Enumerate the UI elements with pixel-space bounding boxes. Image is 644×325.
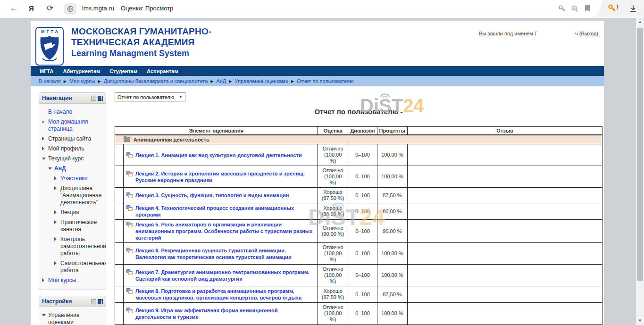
zoom-search-icon[interactable] [571, 5, 579, 13]
grade-percent: (87,50 %) [321, 294, 345, 300]
settings-tree: Управление оценкамиОбзорный отчетОтчет п… [39, 307, 106, 325]
grade-item-cell: Лекция 4. Технологический процесс создан… [123, 203, 318, 220]
table-row: Лекция 6. Рекреационная сущность туристс… [115, 243, 602, 265]
nav-item-12[interactable]: Мои курсы [42, 275, 104, 285]
nav-item-label: Моя домашняя страница [48, 118, 104, 133]
expand-icon[interactable] [54, 260, 60, 265]
grade-percent: (100,00 %) [321, 152, 345, 164]
logout-link[interactable]: (Выход) [579, 31, 598, 36]
settings-block: Настройки Управление оценкамиОбзорный от… [39, 296, 106, 325]
row-gutter-cell [115, 286, 124, 303]
range-cell: 0–100 [348, 303, 377, 325]
range-cell: 0–100 [348, 144, 377, 166]
password-key-icon[interactable] [558, 5, 566, 13]
grade-item-link[interactable]: Лекция 8. Подготовка и разработка анимац… [135, 288, 315, 301]
grade-item-link[interactable]: Лекция 2. История и хронология массовых … [135, 170, 315, 183]
grade-word: Отлично [321, 244, 345, 250]
block-collapse-icon[interactable] [91, 299, 96, 304]
scroll-up-icon[interactable]: ▲ [636, 19, 644, 25]
grade-cell: Отлично(100,00 %) [318, 166, 348, 188]
nav-item-1[interactable]: Моя домашняя страница [42, 117, 104, 134]
expand-icon[interactable] [42, 145, 48, 150]
reload-icon[interactable]: ⟳ [47, 3, 53, 13]
row-gutter-cell [115, 220, 124, 243]
navbar-item-3[interactable]: Аспирантам [142, 68, 183, 74]
table-row: Лекция 3. Сущность, функция, типология и… [115, 188, 602, 203]
grade-item-link[interactable]: Лекция 9. Игра как эффективная форма ани… [135, 307, 315, 320]
browser-back-icon[interactable]: ← [9, 3, 18, 13]
percent-cell: 90,00 % [377, 220, 408, 243]
grade-cell: Отлично(100,00 %) [318, 265, 348, 286]
collapse-icon[interactable] [42, 155, 48, 160]
feedback-cell [408, 166, 602, 188]
nav-item-9[interactable]: Практические занятия [54, 217, 104, 234]
chevron-down-icon: ▼ [179, 95, 183, 99]
column-header-2: Диапазон [348, 127, 377, 135]
vertical-scrollbar[interactable]: ▲ ▼ [636, 18, 644, 325]
percent-cell: 100,00 % [377, 243, 408, 265]
grade-item-link[interactable]: Лекция 7. Драматургия анимационно-театра… [135, 269, 315, 282]
grade-item-link[interactable]: Лекция 5. Роль аниматоров в организации … [135, 221, 315, 241]
grade-item-cell: Лекция 9. Игра как эффективная форма ани… [123, 303, 318, 325]
row-gutter-cell [115, 144, 124, 166]
collapse-icon[interactable] [48, 165, 54, 170]
nav-item-10[interactable]: Контроль самостоятельной работы [54, 234, 104, 258]
nav-item-4[interactable]: Текущий курс [42, 154, 104, 164]
collapse-icon[interactable] [42, 312, 48, 317]
expand-icon[interactable] [42, 135, 48, 141]
grade-percent: (80,00 %) [321, 211, 345, 217]
scroll-down-icon[interactable]: ▼ [636, 317, 644, 324]
expand-icon[interactable] [54, 185, 60, 190]
expand-icon[interactable] [54, 219, 60, 224]
grade-item-cell: Лекция 7. Драматургия анимационно-театра… [123, 265, 318, 286]
breadcrumb-link-0[interactable]: В начало [39, 78, 61, 84]
scrollbar-thumb[interactable] [637, 28, 643, 281]
block-collapse-icon[interactable] [91, 96, 96, 101]
category-row: Анимационная деятельность [115, 135, 602, 144]
expand-icon[interactable] [54, 175, 60, 180]
login-name-start: Г [535, 31, 537, 36]
mgta-logo[interactable]: МГТА [35, 27, 64, 66]
nav-item-6[interactable]: Участники [54, 174, 104, 183]
nav-item-0[interactable]: В начало [42, 107, 104, 117]
site-icon-chip[interactable] [64, 3, 76, 15]
block-dock-icon[interactable] [98, 96, 103, 101]
expand-icon[interactable] [54, 236, 60, 241]
grade-item-link[interactable]: Лекция 6. Рекреационная сущность туристс… [135, 247, 315, 260]
breadcrumb-link-1[interactable]: Мои курсы [69, 78, 95, 84]
report-type-select[interactable]: Отчет по пользователю ▼ [115, 92, 185, 101]
yandex-browser-icon[interactable]: Я [29, 4, 34, 12]
download-icon[interactable] [629, 4, 637, 13]
nav-item-2[interactable]: Страницы сайта [42, 134, 104, 144]
grade-item-link[interactable]: Лекция 4. Технологический процесс создан… [135, 205, 315, 218]
settings-block-title: Настройки [42, 298, 89, 305]
block-dock-icon[interactable] [98, 299, 103, 304]
breadcrumb-link-3[interactable]: АнД [216, 78, 226, 84]
nav-item-3[interactable]: Мой профиль [42, 144, 104, 154]
grade-item-cell: Лекция 3. Сущность, функция, типология и… [123, 188, 318, 203]
navbar-item-2[interactable]: Студентам [105, 68, 142, 74]
nav-item-7[interactable]: Дисциплина "Анимационная деятельность" [54, 183, 104, 208]
navbar-item-1[interactable]: Абитуриентам [58, 68, 105, 74]
expand-icon[interactable] [42, 277, 48, 282]
nav-item-5[interactable]: АнД [48, 164, 104, 174]
grade-item-link[interactable]: Лекция 3. Сущность, функция, типология и… [135, 192, 289, 199]
settings-item-0[interactable]: Управление оценками [42, 310, 104, 325]
address-url[interactable]: lms.mgta.ru [82, 5, 114, 12]
page-sheet: МГТА МОСКОВСКАЯ ГУМАНИТАРНО- ТЕХНИЧЕСКАЯ… [31, 21, 604, 325]
quiz-icon [126, 222, 133, 227]
percent-cell: 100,00 % [377, 303, 408, 325]
nav-item-8[interactable]: Лекции [54, 208, 104, 217]
table-row: Лекция 4. Технологический процесс создан… [115, 203, 602, 220]
expand-icon[interactable] [54, 209, 60, 214]
breadcrumb-link-2[interactable]: Дисциплины бакалавриата и специалитета [104, 78, 208, 84]
breadcrumb-link-5[interactable]: Отчет по пользователю [297, 78, 353, 84]
navbar-item-0[interactable]: МГТА [35, 68, 58, 74]
grade-item-link[interactable]: Лекция 1. Анимация как вид культурно-дос… [135, 152, 302, 158]
grade-item-cell: Лекция 5. Роль аниматоров в организации … [123, 220, 318, 243]
nav-item-11[interactable]: Самостоятельная работа [54, 258, 104, 275]
breadcrumb: В начало▶Мои курсы▶Дисциплины бакалавриа… [31, 76, 604, 86]
breadcrumb-link-4[interactable]: Управление оценками [234, 78, 288, 84]
bookmark-icon[interactable] [584, 4, 591, 13]
password-alert-key-icon[interactable] [608, 4, 617, 13]
